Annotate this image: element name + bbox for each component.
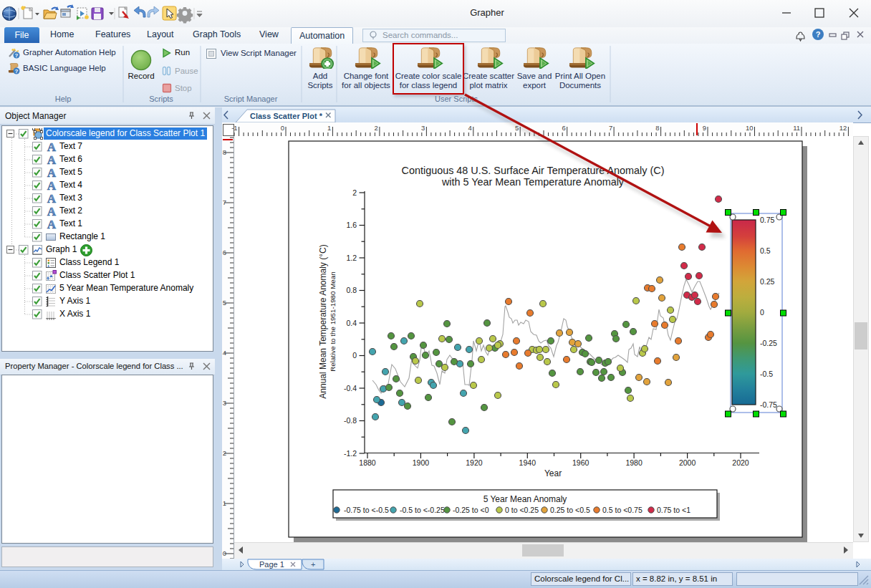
svg-text:A: A [47,206,57,217]
svg-text:1.6: 1.6 [346,221,357,229]
svg-text:-0.75 to <-0.5: -0.75 to <-0.5 [344,506,389,514]
svg-text:8: 8 [655,124,659,132]
svg-text:-1.2: -1.2 [344,449,357,458]
svg-text:1940: 1940 [519,458,536,467]
svg-text:9: 9 [703,124,706,132]
svg-text:0.5 to <0.75: 0.5 to <0.75 [602,506,643,514]
svg-text:0.75 to <1: 0.75 to <1 [657,506,690,514]
svg-text:with 5 Year Mean Temperature A: with 5 Year Mean Temperature Anomaly [441,176,625,188]
svg-text:3: 3 [223,399,226,407]
svg-text:-1: -1 [231,124,237,132]
svg-text:10: 10 [746,124,754,132]
svg-text:Scripts: Scripts [149,95,173,103]
svg-text:2: 2 [375,124,378,132]
svg-text:+: + [311,560,315,569]
svg-text:A: A [47,218,57,230]
svg-text:2: 2 [352,188,357,197]
svg-text:1900: 1900 [413,458,430,467]
svg-text:-0.75: -0.75 [760,400,777,409]
svg-text:Help: Help [55,95,72,103]
svg-text:User Scripts: User Scripts [435,95,478,103]
svg-text:Contiguous 48 U.S. Surface Air: Contiguous 48 U.S. Surface Air Temperatu… [402,165,665,176]
svg-text:Script Manager: Script Manager [224,95,278,103]
svg-text:Page 1: Page 1 [259,560,284,569]
svg-text:?: ? [15,68,19,74]
svg-text:A: A [47,141,57,153]
svg-text:5: 5 [223,299,226,307]
svg-text:0.4: 0.4 [346,319,357,327]
svg-text:11: 11 [793,124,800,132]
svg-text:2: 2 [223,449,226,457]
svg-text:4: 4 [223,349,226,357]
svg-text:Class Scatter Plot *: Class Scatter Plot * [250,112,323,120]
svg-text:1880: 1880 [359,458,376,467]
svg-text:4: 4 [468,124,472,132]
svg-text:1920: 1920 [466,458,483,467]
svg-text:A: A [47,154,57,165]
svg-text:0.8: 0.8 [346,286,357,294]
svg-text:2020: 2020 [732,458,749,467]
svg-text:6: 6 [223,249,226,256]
svg-text:3: 3 [421,124,425,132]
svg-text:A: A [47,167,57,178]
svg-text:0.25: 0.25 [760,277,775,286]
svg-text:0.5: 0.5 [760,246,771,255]
svg-text:1980: 1980 [625,458,643,467]
svg-text:-0.25: -0.25 [760,339,777,347]
svg-text:?: ? [15,52,19,59]
svg-text:1: 1 [223,499,226,507]
svg-text:0.75: 0.75 [760,216,775,224]
svg-text:A: A [47,193,57,204]
svg-text:-0.25 to <0: -0.25 to <0 [453,506,489,514]
svg-text:12: 12 [839,124,847,132]
svg-text:0: 0 [352,351,357,360]
svg-text:1.2: 1.2 [346,254,357,262]
svg-text:2000: 2000 [679,458,696,467]
svg-text:1: 1 [327,124,331,132]
svg-text:0.25 to <0.5: 0.25 to <0.5 [550,506,590,514]
svg-text:7: 7 [609,124,612,132]
svg-text:0 to <0.25: 0 to <0.25 [505,506,539,514]
svg-text:7: 7 [223,198,226,206]
svg-text:0: 0 [223,549,226,557]
svg-text:-0.8: -0.8 [344,416,357,425]
svg-text:0: 0 [281,124,284,132]
svg-text:1960: 1960 [572,458,590,467]
svg-text:8: 8 [223,148,226,156]
svg-text:6: 6 [562,124,565,132]
svg-text:5: 5 [515,124,519,132]
svg-text:?: ? [816,30,821,39]
svg-text:-0.5: -0.5 [760,370,773,378]
svg-text:5 Year Mean Anomaly: 5 Year Mean Anomaly [483,494,567,504]
svg-text:Annual Mean Temperature Anomal: Annual Mean Temperature Anomaly (°C) [318,244,328,398]
svg-text:Relative to the 1951-1980 Mean: Relative to the 1951-1980 Mean [329,271,337,371]
svg-text:Year: Year [544,468,562,478]
svg-text:0: 0 [760,308,764,317]
svg-text:-0.5 to <-0.25: -0.5 to <-0.25 [400,506,445,514]
svg-text:-0.4: -0.4 [344,384,357,392]
svg-text:A: A [47,180,57,191]
